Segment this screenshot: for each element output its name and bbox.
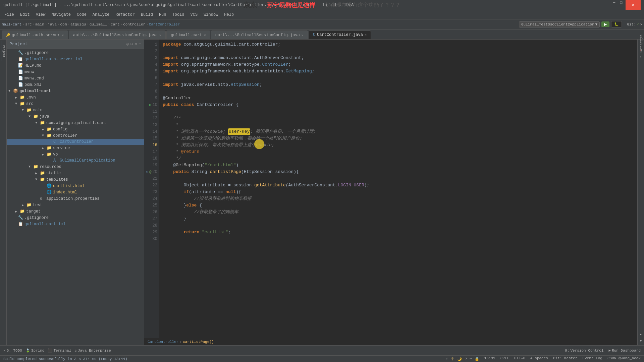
bc-gulimall[interactable]: gulimall — [90, 22, 107, 26]
tree-main-folder[interactable]: ▼ 📁 main — [7, 107, 144, 113]
bc-java[interactable]: java — [48, 22, 56, 26]
tree-help-md[interactable]: 📝 HELP.md — [7, 62, 144, 69]
tree-cartcontroller-file[interactable]: C CartController — [7, 139, 144, 145]
menu-vcs[interactable]: VCS — [188, 11, 201, 18]
event-log-button[interactable]: Event Log — [583, 356, 602, 361]
tab-close-cartcontroller[interactable]: ✕ — [365, 33, 367, 37]
menu-file[interactable]: File — [2, 11, 17, 18]
menu-run[interactable]: Run — [156, 11, 169, 18]
tab-session-config[interactable]: auth\...\GulimallSessionConfig.java ✕ — [69, 31, 166, 39]
menu-window[interactable]: Window — [201, 11, 221, 18]
java-enterprise-tab[interactable]: ☕ Java Enterprise — [74, 348, 111, 353]
panel-close-button[interactable]: ─ — [139, 42, 141, 47]
menu-code[interactable]: Code — [74, 11, 89, 18]
moon-icon[interactable]: 🌙 — [457, 357, 462, 361]
panel-locate-button[interactable]: ◎ — [126, 42, 129, 47]
tree-gitignore[interactable]: 🔧 .gitignore — [7, 50, 144, 56]
tree-mvn-folder[interactable]: ▶ 📁 .mvn — [7, 94, 144, 101]
git-x[interactable]: ✕ — [640, 22, 642, 26]
tab-close-session[interactable]: ✕ — [159, 33, 161, 37]
search-icon2[interactable]: ? — [465, 357, 467, 361]
run-button[interactable]: ▶ — [601, 21, 609, 27]
tree-src-folder[interactable]: ▼ 📁 src — [7, 101, 144, 107]
panel-collapse-button[interactable]: ⊟ — [130, 42, 133, 47]
keyboard-icon[interactable]: ⌨ — [470, 357, 472, 361]
tree-test-folder[interactable]: ▶ 📁 test — [7, 202, 144, 208]
tree-cart-iml[interactable]: 📋 gulimall-cart.iml — [7, 221, 144, 227]
tree-target-folder[interactable]: ▶ 📁 target — [7, 208, 144, 215]
bc-atguigu[interactable]: atguigu — [70, 22, 86, 26]
run-dashboard-tab[interactable]: ▶ Run Dashboard — [609, 348, 641, 353]
close-button[interactable]: ✕ — [626, 0, 641, 10]
sidebar-errors-icon[interactable]: ⚠ — [638, 47, 644, 53]
tree-templates-folder[interactable]: ▼ 📁 templates — [7, 176, 144, 183]
line-col-indicator[interactable]: 16:33 — [484, 356, 495, 361]
git-branch-indicator[interactable]: Git: master — [553, 356, 578, 361]
minimize-button[interactable]: ─ — [611, 0, 617, 5]
scroll-up-icon[interactable]: ▲ — [638, 331, 644, 338]
project-tool-icon[interactable]: Project — [1, 41, 6, 61]
tab-close-cart[interactable]: ✕ — [204, 33, 206, 37]
bc-mall-cart[interactable]: mall-cart — [2, 22, 21, 26]
tree-vo-folder[interactable]: ▶ 📁 vo — [7, 151, 144, 158]
terminal-tab[interactable]: ⬛ Terminal — [48, 348, 71, 353]
maximize-button[interactable]: □ — [619, 0, 624, 5]
tree-index-html[interactable]: 🌐 index.html — [7, 189, 144, 195]
menu-view[interactable]: View — [33, 11, 48, 18]
menu-refactor[interactable]: Refactor — [113, 11, 138, 18]
bc-cartcontroller[interactable]: CartController — [149, 22, 180, 26]
tree-pom-xml[interactable]: 📄 pom.xml — [7, 81, 144, 88]
menu-analyze[interactable]: Analyze — [90, 11, 112, 18]
bc-cart[interactable]: cart — [111, 22, 119, 26]
todo-label: 6: TODO — [7, 349, 22, 353]
menu-edit[interactable]: Edit — [17, 11, 33, 18]
bc-src[interactable]: src — [25, 22, 32, 26]
sidebar-info-icon[interactable]: ℹ — [638, 54, 644, 60]
tree-cart-app[interactable]: A GulimallCartApplication — [7, 158, 144, 164]
git-checkmark[interactable]: ✓ — [637, 22, 639, 26]
bc-com[interactable]: com — [60, 22, 67, 26]
menu-tools[interactable]: Tools — [170, 11, 187, 18]
tree-mvnw[interactable]: 📄 mvnw — [7, 69, 144, 75]
tree-root-gitignore[interactable]: 🔧 .gitignore — [7, 215, 144, 221]
tree-java-folder[interactable]: ▼ 📁 java — [7, 113, 144, 120]
spring-tab[interactable]: 🍃 Spring — [25, 348, 45, 353]
power-icon[interactable]: ⚡ — [446, 357, 448, 361]
tree-resources-folder[interactable]: ▼ 📁 resources — [7, 164, 144, 170]
tab-close-cart-session[interactable]: ✕ — [302, 33, 304, 37]
validation-tab[interactable]: Validation — [638, 41, 644, 47]
charset-indicator[interactable]: UTF-8 — [514, 356, 525, 361]
tab-gulimall-cart[interactable]: gulimall-cart ✕ — [166, 31, 210, 39]
menu-navigate[interactable]: Navigate — [49, 11, 73, 18]
menu-build[interactable]: Build — [138, 11, 156, 18]
tab-auth-server[interactable]: 🔑 gulimall-auth-server ✕ — [2, 31, 68, 39]
tree-package-folder[interactable]: ▼ 📁 com.atguigu.gulimall.cart — [7, 120, 144, 126]
run-config-dropdown[interactable]: GulimallTestSsoClient2Application ▼ — [519, 21, 600, 27]
bc-main[interactable]: main — [35, 22, 44, 26]
scroll-down-icon[interactable]: ▼ — [638, 338, 644, 344]
menu-help[interactable]: Help — [221, 11, 236, 18]
tree-controller-folder[interactable]: ▼ 📁 controller — [7, 132, 144, 139]
tree-service-folder[interactable]: ▶ 📁 service — [7, 145, 144, 151]
tab-close-auth[interactable]: ✕ — [62, 33, 64, 37]
tab-cart-session-config[interactable]: cart\...\GulimallSessionConfig.java ✕ — [211, 31, 308, 39]
tab-cartcontroller[interactable]: C CartController.java ✕ — [309, 31, 371, 39]
tree-static-folder[interactable]: ▶ 📁 static — [7, 170, 144, 176]
line-ending-indicator[interactable]: CRLF — [500, 356, 509, 361]
indent-indicator[interactable]: 4 spaces — [530, 356, 548, 361]
tree-mvnw-cmd[interactable]: 📄 mvnw.cmd — [7, 75, 144, 81]
tree-cartlist-html[interactable]: 🌐 cartList.html — [7, 183, 144, 189]
bc-controller[interactable]: controller — [123, 22, 145, 26]
lang-icon[interactable]: 中 — [451, 356, 454, 361]
tree-app-props[interactable]: ⚙ application.properties — [7, 195, 144, 202]
lock-icon[interactable]: 🔒 — [475, 357, 479, 361]
tree-auth-iml[interactable]: 📋 gulimall-auth-server.iml — [7, 56, 144, 62]
tree-config-folder[interactable]: ▶ 📁 config — [7, 126, 144, 132]
code-content[interactable]: package com.atguigu.gulimall.cart.contro… — [159, 40, 637, 338]
version-control-tab[interactable]: 9: Version Control — [565, 349, 603, 353]
tree-gulimall-cart-module[interactable]: ▼ 📦 gulimall-cart — [7, 88, 144, 94]
debug-button[interactable]: 🐛 — [611, 21, 622, 27]
panel-settings-button[interactable]: ⚙ — [135, 42, 137, 47]
todo-tab[interactable]: ✓ 6: TODO — [3, 348, 22, 353]
app-props-label: application.properties — [46, 196, 99, 201]
